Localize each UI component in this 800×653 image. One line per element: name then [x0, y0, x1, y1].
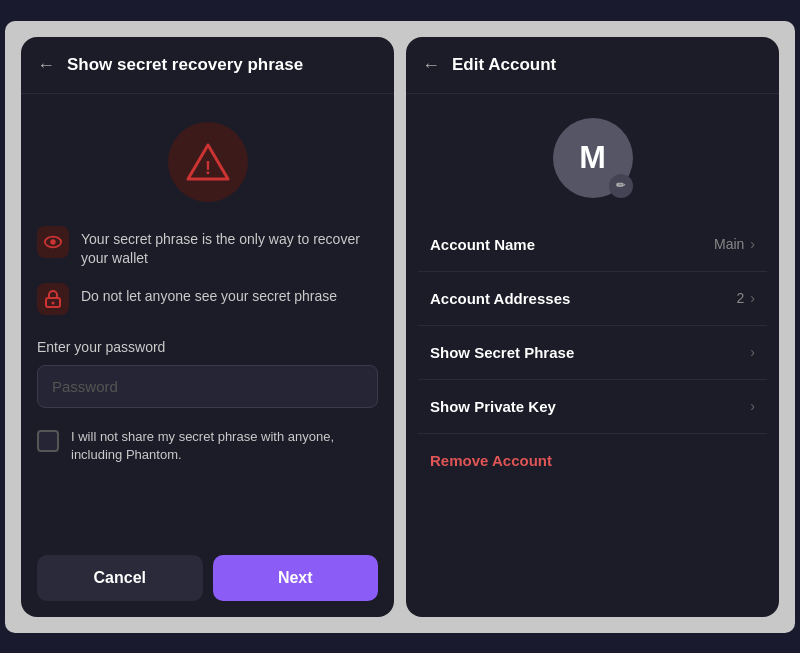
chevron-icon-1: ›	[750, 290, 755, 306]
avatar-section: M ✏	[406, 94, 779, 218]
show-secret-phrase-item[interactable]: Show Secret Phrase ›	[418, 326, 767, 380]
right-header: ← Edit Account	[406, 37, 779, 94]
avatar-letter: M	[579, 139, 606, 176]
chevron-icon-0: ›	[750, 236, 755, 252]
cancel-button[interactable]: Cancel	[37, 555, 203, 601]
lock-icon	[37, 283, 69, 315]
account-name-item[interactable]: Account Name Main ›	[418, 218, 767, 272]
warning-triangle-icon: !	[186, 142, 230, 182]
chevron-icon-3: ›	[750, 398, 755, 414]
password-label: Enter your password	[37, 339, 378, 355]
password-section: Enter your password	[21, 339, 394, 408]
remove-account-item[interactable]: Remove Account	[418, 434, 767, 487]
eye-icon	[37, 226, 69, 258]
show-private-key-right: ›	[750, 398, 755, 414]
outer-wrapper: ← Show secret recovery phrase !	[5, 21, 795, 633]
account-addresses-value: 2	[737, 290, 745, 306]
show-secret-phrase-label: Show Secret Phrase	[430, 344, 574, 361]
info-text-1: Your secret phrase is the only way to re…	[81, 226, 378, 269]
warning-circle: !	[168, 122, 248, 202]
show-private-key-item[interactable]: Show Private Key ›	[418, 380, 767, 434]
chevron-icon-2: ›	[750, 344, 755, 360]
info-row-1: Your secret phrase is the only way to re…	[37, 226, 378, 269]
right-panel-title: Edit Account	[452, 55, 556, 75]
account-name-right: Main ›	[714, 236, 755, 252]
left-panel-title: Show secret recovery phrase	[67, 55, 303, 75]
show-private-key-label: Show Private Key	[430, 398, 556, 415]
show-secret-phrase-right: ›	[750, 344, 755, 360]
svg-point-5	[52, 301, 55, 304]
left-back-button[interactable]: ←	[37, 56, 55, 74]
button-row: Cancel Next	[21, 539, 394, 617]
edit-avatar-button[interactable]: ✏	[609, 174, 633, 198]
right-panel: ← Edit Account M ✏ Account Name Main › A…	[406, 37, 779, 617]
agree-checkbox[interactable]	[37, 430, 59, 452]
left-panel: ← Show secret recovery phrase !	[21, 37, 394, 617]
info-row-2: Do not let anyone see your secret phrase	[37, 283, 378, 315]
account-addresses-label: Account Addresses	[430, 290, 570, 307]
account-addresses-item[interactable]: Account Addresses 2 ›	[418, 272, 767, 326]
checkbox-label: I will not share my secret phrase with a…	[71, 428, 378, 464]
menu-list: Account Name Main › Account Addresses 2 …	[406, 218, 779, 617]
warning-icon-wrap: !	[21, 122, 394, 202]
info-text-2: Do not let anyone see your secret phrase	[81, 283, 337, 307]
account-name-label: Account Name	[430, 236, 535, 253]
account-addresses-right: 2 ›	[737, 290, 755, 306]
pencil-icon: ✏	[616, 179, 625, 192]
account-name-value: Main	[714, 236, 744, 252]
avatar[interactable]: M ✏	[553, 118, 633, 198]
info-rows: Your secret phrase is the only way to re…	[21, 226, 394, 315]
remove-account-label: Remove Account	[430, 452, 552, 469]
right-back-button[interactable]: ←	[422, 56, 440, 74]
svg-point-3	[50, 239, 55, 244]
checkbox-row: I will not share my secret phrase with a…	[21, 428, 394, 464]
left-header: ← Show secret recovery phrase	[21, 37, 394, 94]
password-input[interactable]	[37, 365, 378, 408]
next-button[interactable]: Next	[213, 555, 379, 601]
svg-text:!: !	[205, 158, 211, 178]
